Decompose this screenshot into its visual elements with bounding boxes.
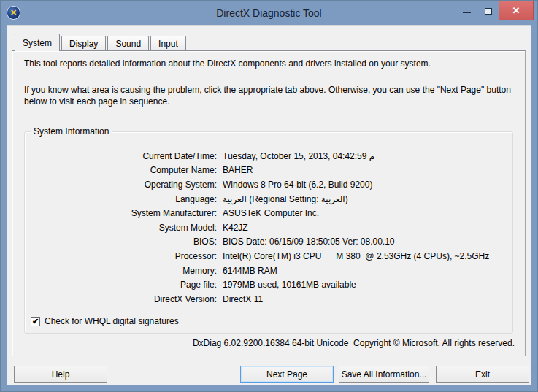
- minimize-button[interactable]: [456, 1, 477, 20]
- tab-sound[interactable]: Sound: [107, 36, 149, 50]
- info-value: BAHER: [217, 165, 253, 175]
- window-controls: ✕: [456, 1, 534, 20]
- info-value: Intel(R) Core(TM) i3 CPU M 380 @ 2.53GHz…: [217, 251, 489, 261]
- info-value: العربية (Regional Setting: العربية): [217, 194, 348, 204]
- info-row-processor: Processor: Intel(R) Core(TM) i3 CPU M 38…: [25, 249, 512, 264]
- info-row-bios: BIOS: BIOS Date: 06/15/09 18:50:05 Ver: …: [25, 235, 512, 250]
- info-label: Language:: [25, 194, 217, 204]
- checkbox-check-icon: ✔: [31, 317, 40, 326]
- intro-text-1: This tool reports detailed information a…: [24, 58, 510, 69]
- info-row-computer-name: Computer Name: BAHER: [25, 164, 512, 178]
- maximize-icon: [485, 8, 492, 15]
- intro-text-2: If you know what area is causing the pro…: [24, 84, 519, 107]
- help-button[interactable]: Help: [14, 366, 107, 383]
- minimize-icon: [463, 12, 471, 13]
- save-all-information-button[interactable]: Save All Information...: [339, 366, 429, 383]
- info-row-language: Language: العربية (Regional Setting: الع…: [25, 192, 512, 207]
- info-value: Windows 8 Pro 64-bit (6.2, Build 9200): [217, 180, 372, 190]
- info-row-operating-system: Operating System: Windows 8 Pro 64-bit (…: [25, 177, 512, 192]
- info-label: System Model:: [25, 223, 217, 233]
- info-value: 6144MB RAM: [217, 266, 277, 276]
- tab-strip: System Display Sound Input: [15, 34, 188, 50]
- info-row-current-date-time: Current Date/Time: Tuesday, October 15, …: [25, 149, 512, 164]
- system-info-rows: Current Date/Time: Tuesday, October 15, …: [25, 132, 512, 307]
- info-row-directx-version: DirectX Version: DirectX 11: [25, 292, 512, 307]
- close-button[interactable]: ✕: [499, 1, 534, 20]
- info-row-system-model: System Model: K42JZ: [25, 220, 512, 235]
- info-label: Current Date/Time:: [25, 151, 217, 161]
- system-tab-page: This tool reports detailed information a…: [12, 50, 526, 356]
- info-row-memory: Memory: 6144MB RAM: [25, 264, 512, 278]
- info-value: BIOS Date: 06/15/09 18:50:05 Ver: 08.00.…: [217, 237, 395, 247]
- info-label: BIOS:: [25, 237, 217, 247]
- titlebar: ✕ DirectX Diagnostic Tool ✕: [1, 1, 537, 25]
- dialog-client-area: System Display Sound Input This tool rep…: [7, 25, 531, 385]
- info-value: DirectX 11: [217, 294, 263, 304]
- tab-input[interactable]: Input: [150, 36, 186, 50]
- info-label: DirectX Version:: [25, 294, 217, 304]
- tab-display[interactable]: Display: [61, 36, 106, 50]
- info-value: K42JZ: [217, 223, 248, 233]
- info-row-page-file: Page file: 1979MB used, 10161MB availabl…: [25, 277, 512, 292]
- info-label: System Manufacturer:: [25, 208, 217, 218]
- info-value: Tuesday, October 15, 2013, 04:42:59 م: [217, 151, 374, 161]
- info-label: Processor:: [25, 251, 217, 261]
- system-information-groupbox: System Information Current Date/Time: Tu…: [24, 131, 513, 334]
- maximize-button[interactable]: [477, 1, 499, 20]
- whql-checkbox[interactable]: ✔ Check for WHQL digital signatures: [31, 316, 179, 326]
- info-value: 1979MB used, 10161MB available: [217, 280, 356, 290]
- close-icon: ✕: [512, 6, 520, 15]
- info-label: Computer Name:: [25, 165, 217, 175]
- groupbox-title: System Information: [31, 126, 112, 137]
- tab-system[interactable]: System: [15, 34, 60, 51]
- info-label: Memory:: [25, 266, 217, 276]
- dxdiag-window: ✕ DirectX Diagnostic Tool ✕ System Displ…: [0, 0, 538, 392]
- tab-display-label: Display: [69, 39, 98, 49]
- tab-sound-label: Sound: [115, 39, 141, 49]
- info-label: Operating System:: [25, 180, 217, 190]
- info-label: Page file:: [25, 280, 217, 290]
- dxdiag-version-copyright: DxDiag 6.02.9200.16384 64-bit Unicode Co…: [193, 338, 515, 348]
- tab-system-label: System: [23, 38, 52, 48]
- exit-button[interactable]: Exit: [436, 366, 529, 383]
- info-row-system-manufacturer: System Manufacturer: ASUSTeK Computer In…: [25, 206, 512, 220]
- whql-checkbox-label: Check for WHQL digital signatures: [45, 316, 179, 326]
- next-page-button[interactable]: Next Page: [240, 366, 334, 383]
- tab-input-label: Input: [158, 39, 178, 49]
- info-value: ASUSTeK Computer Inc.: [217, 208, 319, 218]
